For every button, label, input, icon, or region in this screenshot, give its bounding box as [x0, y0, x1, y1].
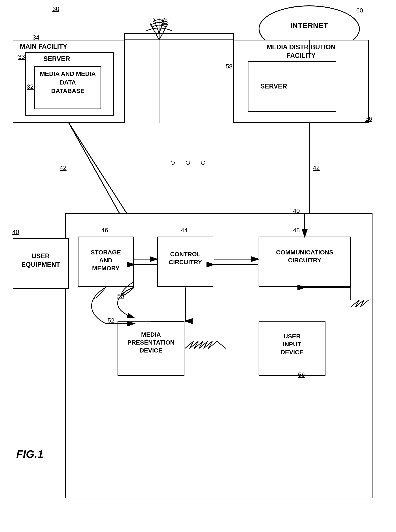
ref-30: 30 — [52, 6, 59, 12]
media-presentation-label: MEDIAPRESENTATIONDEVICE — [117, 330, 184, 355]
ref-36: 36 — [365, 115, 372, 122]
ref-32: 32 — [27, 83, 34, 90]
svg-line-19 — [154, 18, 159, 34]
ref-50: 50 — [117, 293, 124, 300]
user-input-label: USERINPUTDEVICE — [259, 332, 326, 356]
ref-38: 38 — [161, 18, 168, 25]
server-dist-label: SERVER — [260, 82, 287, 91]
ref-33: 33 — [18, 53, 25, 60]
svg-line-3 — [159, 23, 168, 40]
ref-48: 48 — [293, 227, 300, 234]
ref-34: 34 — [33, 34, 39, 41]
svg-line-25 — [69, 123, 127, 213]
svg-line-6 — [69, 123, 119, 213]
user-equipment-label: USEREQUIPMENT — [13, 252, 69, 269]
storage-memory-label: STORAGEANDMEMORY — [78, 248, 134, 272]
ref-40a: 40 — [12, 228, 19, 236]
control-circuitry-label: CONTROLCIRCUITRY — [157, 250, 213, 266]
ref-56: 56 — [298, 371, 305, 378]
database-label: MEDIA AND MEDIADATADATABASE — [35, 69, 100, 95]
main-facility-label: MAIN FACILITY — [20, 42, 67, 51]
internet-label: INTERNET — [259, 21, 360, 31]
ref-42b: 42 — [313, 164, 320, 171]
svg-line-2 — [150, 23, 159, 40]
ref-52: 52 — [108, 317, 114, 324]
fig-label: FIG.1 — [16, 448, 43, 460]
ref-60: 60 — [356, 7, 363, 14]
ref-58: 58 — [226, 63, 233, 70]
communications-label: COMMUNICATIONSCIRCUITRY — [259, 248, 351, 264]
media-dist-label: MEDIA DISTRIBUTIONFACILITY — [237, 43, 365, 60]
ref-42a: 42 — [60, 164, 67, 171]
dots-indicator: ○ ○ ○ — [170, 157, 210, 168]
ref-46: 46 — [101, 227, 108, 234]
server-main-label: SERVER — [43, 55, 70, 63]
ref-44: 44 — [181, 227, 188, 234]
